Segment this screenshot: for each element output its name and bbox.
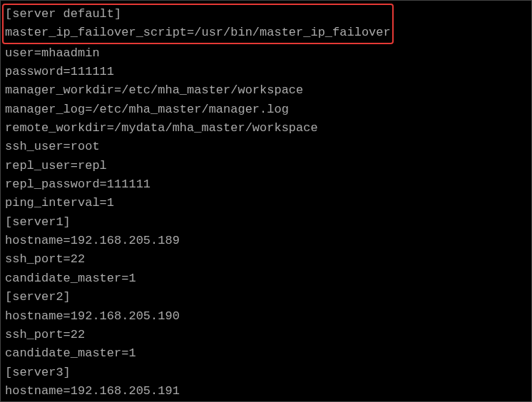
config-line-manager-log: manager_log=/etc/mha_master/manager.log <box>5 100 527 119</box>
config-line-manager-workdir: manager_workdir=/etc/mha_master/workspac… <box>5 81 527 100</box>
config-line-ssh-user: ssh_user=root <box>5 138 527 156</box>
config-line-repl-user: repl_user=repl <box>5 157 527 175</box>
config-line-ping-interval: ping_interval=1 <box>5 194 527 212</box>
config-line-candidate1: candidate_master=1 <box>5 269 527 288</box>
config-line-remote-workdir: remote_workdir=/mydata/mha_master/worksp… <box>5 119 527 138</box>
config-line-user: user=mhaadmin <box>5 44 527 63</box>
config-line-server3: [server3] <box>5 364 527 382</box>
config-line-repl-password: repl_password=111111 <box>5 175 527 194</box>
config-line-hostname2: hostname=192.168.205.190 <box>5 307 527 326</box>
config-line-hostname3: hostname=192.168.205.191 <box>5 382 527 401</box>
config-line-ssh-port1: ssh_port=22 <box>5 250 527 269</box>
config-line-hostname1: hostname=192.168.205.189 <box>5 232 527 250</box>
config-line-ssh-port2: ssh_port=22 <box>5 326 527 344</box>
highlighted-section: [server default] master_ip_failover_scri… <box>2 4 394 44</box>
config-line-server2: [server2] <box>5 288 527 306</box>
config-line-failover-script: master_ip_failover_script=/usr/bin/maste… <box>5 24 391 42</box>
config-line-server-default: [server default] <box>5 5 391 24</box>
config-line-password: password=111111 <box>5 63 527 81</box>
config-line-server1: [server1] <box>5 213 527 232</box>
terminal-output: [server default] master_ip_failover_scri… <box>5 4 527 402</box>
config-line-candidate2: candidate_master=1 <box>5 344 527 363</box>
